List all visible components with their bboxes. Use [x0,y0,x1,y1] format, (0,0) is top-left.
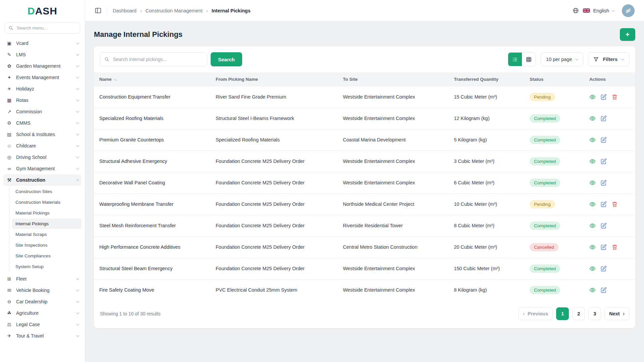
sidebar-item-gym-management[interactable]: ∞Gym Management [3,163,82,174]
globe-icon[interactable] [573,7,579,14]
sidebar-item-construction-sites[interactable]: Construction Sites [12,186,82,197]
column-header-to-site: To Site [337,72,448,86]
sidebar-item-construction-materials[interactable]: Construction Materials [12,197,82,207]
sidebar-item-rotas[interactable]: ▦Rotas [3,95,82,106]
sidebar-item-garden-management[interactable]: ✿Garden Management [3,60,82,72]
vehicle-booking-icon: ✉ [6,288,12,293]
status-badge: Pending [530,200,555,208]
sidebar-item-legal-case[interactable]: ⚖Legal Case [3,319,82,330]
chevron-down-icon [76,167,79,170]
edit-button[interactable] [600,244,607,250]
page-button-3[interactable]: 3 [588,307,601,320]
edit-button[interactable] [600,137,607,143]
search-input[interactable] [112,56,203,62]
view-button[interactable] [589,201,596,207]
view-button[interactable] [589,287,596,293]
sidebar-item-school-institutes[interactable]: ▤School & Institutes [3,129,82,140]
table-row: Specialized Roofing Materials Structural… [94,108,635,129]
table-row: Structural Steel Beam Emergency Foundati… [94,258,635,279]
edit-button[interactable] [600,265,607,272]
per-page-select[interactable]: 10 per page [541,52,583,66]
sidebar-item-agriculture[interactable]: ☘Agriculture [3,307,82,319]
status-badge: Completed [530,179,560,187]
add-button[interactable]: + [620,28,635,41]
sidebar-item-lms[interactable]: ✎LMS [3,49,82,60]
sidebar-search-input[interactable] [16,25,76,31]
view-button[interactable] [589,158,596,165]
page-button-2[interactable]: 2 [572,307,585,320]
sidebar-item-holidayz[interactable]: ☀Holidayz [3,83,82,95]
grid-view-button[interactable] [522,53,536,66]
edit-button[interactable] [600,287,607,293]
pickings-table: Name↑↓ From Picking Name To Site Transfe… [94,72,635,301]
sidebar-item-fleet[interactable]: ⊞Fleet [3,273,82,285]
chevron-down-icon [76,98,79,102]
sidebar-item-vehicle-booking[interactable]: ✉Vehicle Booking [3,285,82,296]
table-row: Steel Mesh Reinforcement Transfer Founda… [94,215,635,236]
sidebar-item-internal-pickings[interactable]: Internal Pickings [12,219,82,229]
delete-button[interactable] [611,244,618,250]
sidebar-item-system-setup[interactable]: System Setup [12,261,82,272]
edit-button[interactable] [600,223,607,229]
legal-case-icon: ⚖ [6,322,12,327]
cmms-icon: ⚙ [6,120,12,126]
view-button[interactable] [589,94,596,100]
column-header-name[interactable]: Name↑↓ [94,72,210,86]
sidebar-item-construction[interactable]: ⚒Construction [3,174,82,186]
chevron-down-icon [76,41,79,45]
results-summary: Showing 1 to 10 of 30 results [100,311,161,316]
table-header-row: Name↑↓ From Picking Name To Site Transfe… [94,72,635,86]
page-button-1[interactable]: 1 [556,307,569,320]
sidebar-item-cmms[interactable]: ⚙CMMS [3,117,82,129]
sidebar-item-events-management[interactable]: ✦Events Management [3,72,82,83]
delete-button[interactable] [611,94,618,100]
edit-button[interactable] [600,201,607,207]
grid-icon [526,57,532,62]
sidebar-item-childcare[interactable]: ☺Childcare [3,140,82,152]
sidebar-item-site-compliances[interactable]: Site Compliances [12,251,82,261]
breadcrumb-separator: › [140,8,142,13]
next-page-button[interactable]: Next› [604,307,629,320]
language-label: English [593,8,609,13]
view-button[interactable] [589,244,596,250]
breadcrumb-construction-management[interactable]: Construction Management [146,8,203,13]
holidayz-icon: ☀ [6,86,12,92]
sidebar-item-site-inspections[interactable]: Site Inspections [12,240,82,250]
edit-button[interactable] [600,158,607,165]
view-button[interactable] [589,180,596,186]
sidebar-item-vcard[interactable]: ▣Vcard [3,38,82,49]
view-button[interactable] [589,223,596,229]
divider [107,7,107,14]
delete-button[interactable] [611,201,618,207]
edit-button[interactable] [600,94,607,100]
chevron-left-icon: ‹ [523,311,525,317]
edit-button[interactable] [600,115,607,122]
uk-flag-icon [583,8,590,13]
avatar[interactable] [622,4,635,17]
filters-dropdown[interactable]: Filters [588,52,629,66]
sidebar-item-tour-travel[interactable]: ✈Tour & Travel [3,330,82,342]
view-button[interactable] [589,265,596,272]
fleet-icon: ⊞ [6,276,12,282]
chevron-down-icon [76,64,79,67]
sidebar-item-car-dealership[interactable]: ⊖Car Dealership [3,296,82,307]
sidebar-item-driving-school[interactable]: ◎Driving School [3,152,82,163]
page-content: Manage Internal Pickings + Search [85,21,644,328]
sidebar-toggle-button[interactable] [95,7,102,14]
search-button[interactable]: Search [211,52,242,66]
status-badge: Completed [530,286,560,294]
search-icon [8,25,13,31]
sidebar-item-material-pickings[interactable]: Material Pickings [12,208,82,218]
previous-page-button[interactable]: ‹Previous [518,307,553,320]
sidebar-item-material-scraps[interactable]: Material Scraps [12,229,82,240]
view-button[interactable] [589,115,596,122]
avatar-logo [625,7,632,14]
chevron-down-icon [76,75,79,79]
breadcrumb-dashboard[interactable]: Dashboard [113,8,137,13]
edit-button[interactable] [600,180,607,186]
chevron-down-icon [76,300,79,303]
view-button[interactable] [589,137,596,143]
sidebar-item-commission[interactable]: ↗Commission [3,106,82,117]
language-selector[interactable]: English [583,8,614,13]
list-view-button[interactable] [508,53,522,66]
